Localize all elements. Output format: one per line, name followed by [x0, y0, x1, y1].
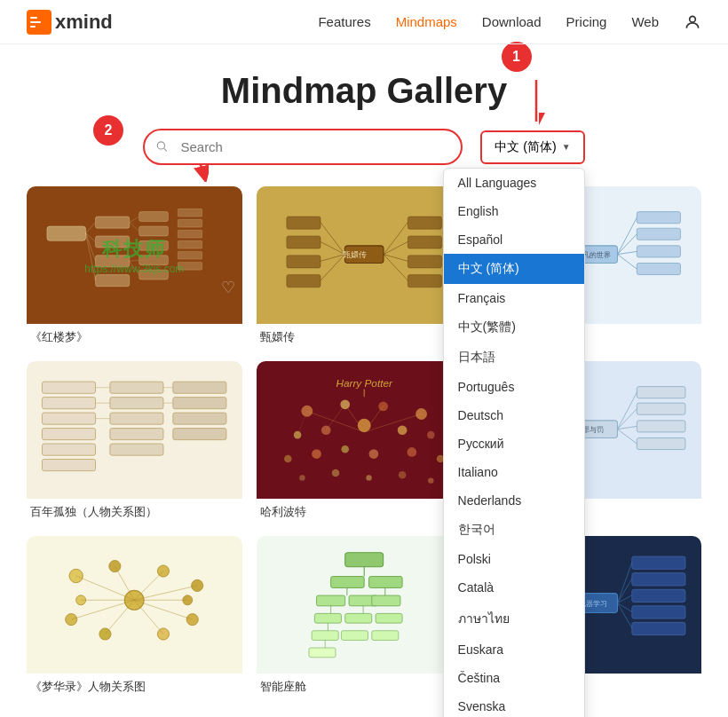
language-select-button[interactable]: 中文 (简体) ▼: [480, 130, 584, 164]
svg-line-19: [86, 222, 96, 232]
svg-rect-77: [43, 459, 96, 470]
heart-icon-0: ♡: [221, 278, 235, 297]
lang-option-6[interactable]: 日本語: [444, 343, 584, 373]
logo[interactable]: xmind: [27, 10, 113, 35]
svg-point-4: [690, 16, 696, 22]
svg-rect-12: [139, 211, 169, 221]
svg-point-107: [407, 447, 416, 457]
svg-line-25: [130, 241, 139, 245]
svg-rect-177: [341, 630, 368, 640]
lang-option-1[interactable]: English: [444, 197, 584, 225]
svg-rect-2: [30, 21, 41, 23]
svg-point-102: [427, 431, 435, 439]
nav-features[interactable]: Features: [318, 14, 370, 29]
svg-rect-40: [408, 236, 441, 248]
svg-line-135: [618, 392, 637, 429]
svg-rect-9: [47, 226, 86, 240]
svg-rect-83: [173, 382, 226, 393]
svg-line-67: [618, 217, 637, 254]
svg-rect-176: [312, 630, 338, 640]
lang-option-0[interactable]: All Languages: [444, 169, 584, 197]
svg-line-69: [618, 251, 637, 254]
svg-point-104: [312, 449, 321, 459]
svg-line-7: [164, 148, 167, 151]
svg-point-101: [398, 425, 408, 435]
logo-text: xmind: [55, 11, 113, 34]
language-dropdown: All Languages English Español 中文 (简体) Fr…: [443, 168, 585, 718]
gallery-card-6[interactable]: 《梦华录》人物关系图: [27, 536, 242, 697]
search-input[interactable]: [143, 129, 463, 165]
lang-option-16[interactable]: Euskara: [444, 635, 584, 664]
svg-point-109: [299, 475, 305, 480]
lang-option-3[interactable]: 中文 (简体): [444, 254, 584, 284]
svg-rect-80: [110, 413, 163, 424]
nav-mindmaps[interactable]: Mindmaps: [396, 14, 457, 29]
card-thumb-3: [27, 361, 242, 499]
svg-point-110: [332, 469, 340, 477]
svg-rect-36: [287, 236, 320, 248]
svg-rect-167: [316, 595, 344, 606]
chevron-down-icon: ▼: [562, 142, 571, 152]
user-icon[interactable]: [684, 13, 701, 31]
card-label-6: 《梦华录》人物关系图: [27, 674, 242, 697]
gallery-card-1[interactable]: 甄嬛传 甄嬛传: [257, 186, 472, 347]
lang-option-17[interactable]: Čeština: [444, 664, 584, 692]
svg-rect-78: [110, 382, 163, 393]
gallery-card-7[interactable]: 智能座舱: [257, 536, 472, 697]
svg-rect-191: [632, 589, 685, 602]
svg-line-152: [115, 566, 134, 600]
header: xmind Features Mindmaps Download Pricing…: [0, 0, 728, 44]
gallery-card-0[interactable]: 科技师 https://www.3kjs.com ♡ 《红楼梦》: [27, 186, 242, 347]
svg-point-147: [99, 628, 111, 640]
lang-option-9[interactable]: Русский: [444, 429, 584, 458]
lang-option-14[interactable]: Català: [444, 573, 584, 602]
svg-rect-190: [632, 572, 685, 585]
nav-pricing[interactable]: Pricing: [566, 14, 607, 29]
lang-option-4[interactable]: Français: [444, 284, 584, 312]
svg-rect-84: [173, 397, 226, 408]
arrow-1: [514, 75, 558, 129]
svg-rect-174: [376, 613, 402, 623]
svg-line-44: [320, 241, 344, 254]
svg-line-48: [384, 241, 408, 254]
lang-option-15[interactable]: ภาษาไทย: [444, 602, 584, 635]
lang-option-13[interactable]: Polski: [444, 545, 584, 573]
card-label-4: 哈利波特: [257, 499, 472, 522]
svg-line-116: [364, 406, 383, 432]
svg-rect-126: [637, 386, 686, 398]
lang-option-5[interactable]: 中文(繁體): [444, 312, 584, 343]
svg-rect-15: [96, 256, 130, 267]
lang-option-7[interactable]: Português: [444, 373, 584, 401]
lang-option-11[interactable]: Nederlands: [444, 486, 584, 515]
svg-line-70: [618, 254, 637, 268]
mindmap-svg-0: [37, 193, 231, 318]
svg-rect-16: [139, 256, 169, 265]
gallery-card-4[interactable]: Harry Potter: [257, 361, 472, 522]
svg-point-144: [192, 579, 203, 591]
svg-rect-192: [632, 606, 685, 619]
svg-rect-41: [408, 256, 441, 268]
gallery-card-3[interactable]: 百年孤独（人物关系图）: [27, 361, 242, 522]
svg-point-113: [428, 477, 433, 483]
lang-option-12[interactable]: 한국어: [444, 515, 584, 545]
svg-line-119: [326, 405, 344, 430]
svg-point-103: [284, 454, 292, 462]
lang-option-8[interactable]: Deutsch: [444, 401, 584, 429]
lang-option-18[interactable]: Svenska: [444, 692, 584, 718]
svg-rect-32: [178, 251, 202, 259]
svg-rect-17: [139, 270, 169, 280]
page-title: Mindmap Gallery: [27, 71, 701, 111]
svg-rect-164: [368, 576, 402, 587]
lang-option-2[interactable]: Español: [444, 225, 584, 254]
lang-option-10[interactable]: Italiano: [444, 458, 584, 486]
nav-download[interactable]: Download: [482, 14, 542, 29]
svg-line-118: [297, 411, 307, 435]
nav-web[interactable]: Web: [631, 14, 659, 29]
svg-rect-18: [96, 274, 130, 286]
svg-rect-58: [637, 211, 681, 223]
svg-point-146: [158, 628, 170, 640]
svg-line-23: [130, 217, 139, 223]
svg-rect-39: [408, 217, 441, 229]
page-title-section: Mindmap Gallery: [27, 44, 701, 129]
svg-text:罪与罚: 罪与罚: [583, 426, 605, 434]
